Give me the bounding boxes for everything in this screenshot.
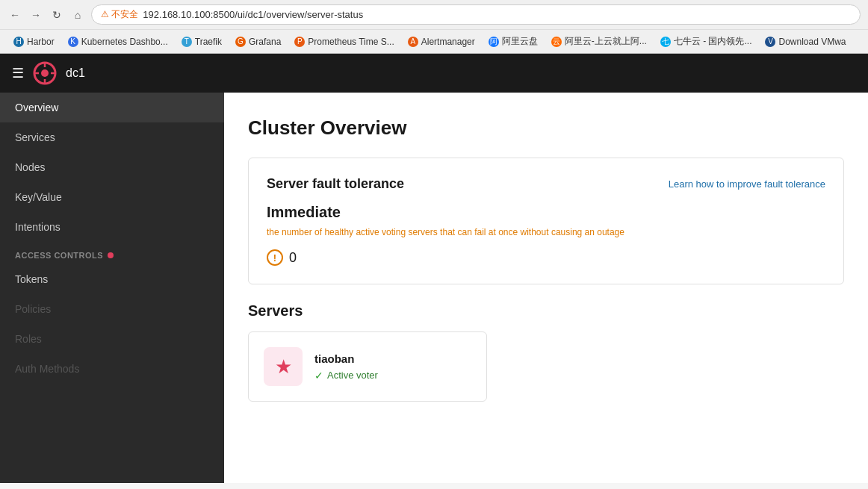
fault-tolerance-link[interactable]: Learn how to improve fault tolerance bbox=[669, 178, 825, 190]
address-bar[interactable]: ⚠ 不安全 192.168.10.100:8500/ui/dc1/overvie… bbox=[91, 4, 861, 25]
aliyun-disk-icon: 阿 bbox=[489, 37, 499, 47]
grafana-icon: G bbox=[235, 37, 246, 47]
fault-description: the number of healthy active voting serv… bbox=[267, 225, 825, 239]
access-controls-label: ACCESS CONTROLS bbox=[15, 251, 103, 260]
bookmark-aliyun-cloud[interactable]: 云 阿里云-上云就上阿... bbox=[545, 33, 653, 50]
sidebar: Overview Services Nodes Key/Value Intent… bbox=[0, 93, 224, 483]
fault-tolerance-card: Server fault tolerance Learn how to impr… bbox=[248, 158, 844, 284]
bookmark-alertmanager-label: Alertmanager bbox=[421, 37, 475, 47]
fault-count-value: 0 bbox=[289, 250, 297, 266]
bookmark-grafana-label: Grafana bbox=[249, 37, 281, 47]
bookmark-aliyun-disk[interactable]: 阿 阿里云盘 bbox=[483, 33, 544, 50]
app: ☰ dc1 Overview Services Nodes Key/Value … bbox=[0, 54, 868, 483]
browser-toolbar: ← → ↻ ⌂ ⚠ 不安全 192.168.10.100:8500/ui/dc1… bbox=[0, 0, 868, 29]
fault-status-label: Immediate bbox=[267, 204, 825, 221]
bookmark-vmware-label: Download VMwa bbox=[778, 37, 846, 47]
refresh-button[interactable]: ↻ bbox=[49, 7, 64, 22]
browser-chrome: ← → ↻ ⌂ ⚠ 不安全 192.168.10.100:8500/ui/dc1… bbox=[0, 0, 868, 54]
qiniu-icon: 七 bbox=[660, 37, 671, 47]
datacenter-label: dc1 bbox=[66, 66, 85, 80]
bookmark-harbor-label: Harbor bbox=[27, 37, 55, 47]
prometheus-icon: P bbox=[294, 37, 305, 47]
vmware-icon: V bbox=[765, 37, 775, 47]
main-layout: Overview Services Nodes Key/Value Intent… bbox=[0, 93, 868, 483]
sidebar-item-overview[interactable]: Overview bbox=[0, 93, 224, 122]
forward-button[interactable]: → bbox=[28, 7, 43, 22]
security-warning: ⚠ 不安全 bbox=[101, 8, 138, 21]
sidebar-item-nodes[interactable]: Nodes bbox=[0, 152, 224, 182]
sidebar-item-auth-methods: Auth Methods bbox=[0, 354, 224, 384]
bookmark-aliyun-disk-label: 阿里云盘 bbox=[502, 35, 538, 48]
fault-tolerance-title: Server fault tolerance bbox=[267, 176, 404, 192]
page-title: Cluster Overview bbox=[248, 116, 844, 140]
sidebar-item-tokens[interactable]: Tokens bbox=[0, 264, 224, 294]
sidebar-item-intentions[interactable]: Intentions bbox=[0, 212, 224, 242]
sidebar-item-roles: Roles bbox=[0, 324, 224, 354]
aliyun-cloud-icon: 云 bbox=[551, 37, 562, 47]
bookmark-traefik[interactable]: T Traefik bbox=[176, 34, 228, 49]
server-status-label: Active voter bbox=[327, 370, 378, 381]
bookmark-prometheus-label: Prometheus Time S... bbox=[308, 37, 394, 47]
bookmark-alertmanager[interactable]: A Alertmanager bbox=[402, 34, 481, 49]
traefik-icon: T bbox=[182, 37, 192, 47]
bookmark-aliyun-cloud-label: 阿里云-上云就上阿... bbox=[565, 35, 647, 48]
sidebar-item-services[interactable]: Services bbox=[0, 122, 224, 152]
k8s-icon: K bbox=[68, 37, 78, 47]
bookmark-prometheus[interactable]: P Prometheus Time S... bbox=[288, 34, 400, 49]
url-text: 192.168.10.100:8500/ui/dc1/overview/serv… bbox=[143, 9, 363, 20]
server-name: tiaoban bbox=[314, 352, 378, 365]
bookmark-k8s[interactable]: K Kubernetes Dashbo... bbox=[62, 34, 174, 49]
bookmark-qiniu-label: 七牛云 - 国内领先... bbox=[674, 35, 752, 48]
hamburger-menu-button[interactable]: ☰ bbox=[12, 65, 24, 81]
harbor-icon: H bbox=[13, 37, 24, 47]
access-controls-section: ACCESS CONTROLS bbox=[0, 242, 224, 264]
star-icon: ★ bbox=[275, 355, 292, 379]
alertmanager-icon: A bbox=[408, 37, 418, 47]
sidebar-item-key-value[interactable]: Key/Value bbox=[0, 182, 224, 212]
bookmark-harbor[interactable]: H Harbor bbox=[7, 34, 61, 49]
consul-logo bbox=[33, 61, 57, 85]
back-button[interactable]: ← bbox=[7, 7, 22, 22]
bookmark-grafana[interactable]: G Grafana bbox=[229, 34, 287, 49]
fault-count: ! 0 bbox=[267, 249, 825, 266]
bookmark-download-vmware[interactable]: V Download VMwa bbox=[759, 34, 852, 49]
bookmark-k8s-label: Kubernetes Dashbo... bbox=[81, 37, 168, 47]
bookmark-qiniu[interactable]: 七 七牛云 - 国内领先... bbox=[654, 33, 758, 50]
servers-section-title: Servers bbox=[248, 302, 844, 320]
check-icon: ✓ bbox=[314, 370, 323, 381]
access-controls-dot bbox=[108, 252, 114, 258]
bookmark-traefik-label: Traefik bbox=[195, 37, 222, 47]
sidebar-item-policies: Policies bbox=[0, 294, 224, 324]
server-status: ✓ Active voter bbox=[314, 370, 378, 381]
topbar: ☰ dc1 bbox=[0, 54, 868, 93]
server-info: tiaoban ✓ Active voter bbox=[314, 352, 378, 381]
home-button[interactable]: ⌂ bbox=[70, 7, 85, 22]
main-content: Cluster Overview Server fault tolerance … bbox=[224, 93, 868, 483]
server-card-tiaoban: ★ tiaoban ✓ Active voter bbox=[248, 331, 487, 402]
fault-tolerance-card-header: Server fault tolerance Learn how to impr… bbox=[267, 176, 825, 192]
server-icon: ★ bbox=[264, 347, 303, 386]
bookmarks-bar: H Harbor K Kubernetes Dashbo... T Traefi… bbox=[0, 29, 868, 53]
warning-icon: ! bbox=[267, 249, 283, 266]
svg-point-1 bbox=[41, 69, 49, 77]
